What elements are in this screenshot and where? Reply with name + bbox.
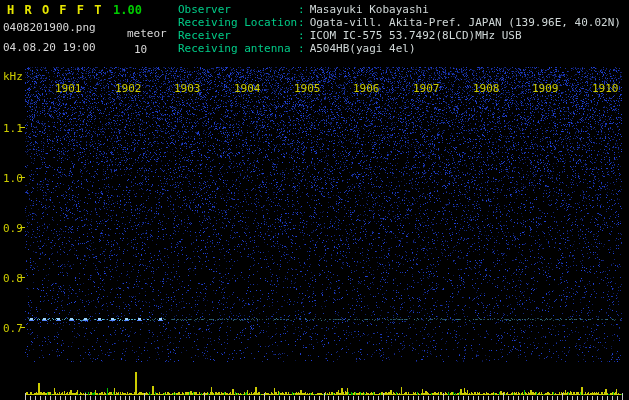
info-value: Ogata-vill. Akita-Pref. JAPAN (139.96E, … (310, 16, 621, 29)
info-value: ICOM IC-575 53.7492(8LCD)MHz USB (310, 29, 522, 42)
mode-label: meteor (127, 27, 167, 40)
info-label: Receiving Location (178, 16, 298, 29)
time-label-1904: 1904 (234, 82, 261, 95)
info-separator: : (298, 16, 305, 29)
time-label-1908: 1908 (473, 82, 500, 95)
time-label-1902: 1902 (115, 82, 142, 95)
observation-datetime: 04.08.20 19:00 (3, 41, 96, 54)
info-separator: : (298, 42, 305, 55)
info-row-antenna: Receiving antenna:A504HB(yagi 4el) (178, 42, 621, 55)
time-label-1907: 1907 (413, 82, 440, 95)
time-label-1905: 1905 (294, 82, 321, 95)
time-label-1901: 1901 (55, 82, 82, 95)
info-row-observer: Observer:Masayuki Kobayashi (178, 3, 621, 16)
info-value: A504HB(yagi 4el) (310, 42, 416, 55)
freq-label-0-8: 0.8 (3, 272, 23, 285)
station-info-panel: Observer:Masayuki Kobayashi Receiving Lo… (178, 3, 621, 55)
info-label: Observer (178, 3, 298, 16)
echo-count: 10 (134, 43, 147, 56)
info-value: Masayuki Kobayashi (310, 3, 429, 16)
spectrogram-canvas (0, 0, 629, 400)
freq-label-0-9: 0.9 (3, 222, 23, 235)
output-filename: 0408201900.png (3, 21, 96, 34)
freq-label-1-0: 1.0 (3, 172, 23, 185)
time-label-1909: 1909 (532, 82, 559, 95)
freq-label-0-7: 0.7 (3, 322, 23, 335)
info-separator: : (298, 3, 305, 16)
time-label-1903: 1903 (174, 82, 201, 95)
hrofft-output-screen: H R O F F T1.00 0408201900.png meteor 04… (0, 0, 629, 400)
time-label-1906: 1906 (353, 82, 380, 95)
app-name: H R O F F T (7, 3, 103, 17)
info-label: Receiving antenna (178, 42, 298, 55)
freq-axis-unit: kHz (3, 70, 23, 83)
time-label-1910: 1910 (592, 82, 619, 95)
info-label: Receiver (178, 29, 298, 42)
app-version: 1.00 (113, 3, 142, 17)
info-separator: : (298, 29, 305, 42)
info-row-receiver: Receiver:ICOM IC-575 53.7492(8LCD)MHz US… (178, 29, 621, 42)
info-row-location: Receiving Location:Ogata-vill. Akita-Pre… (178, 16, 621, 29)
freq-label-1-1: 1.1 (3, 122, 23, 135)
app-title: H R O F F T1.00 (7, 3, 142, 17)
